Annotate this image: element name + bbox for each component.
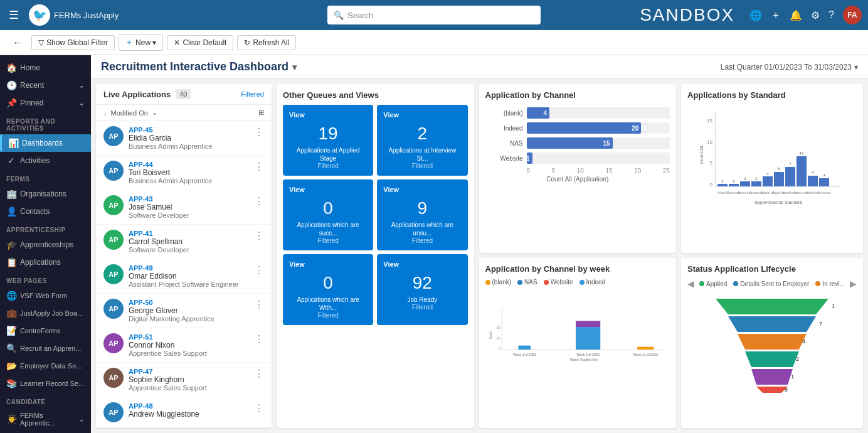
sidebar-item-applications[interactable]: 📋 Applications xyxy=(0,254,91,271)
new-button[interactable]: ＋ New ▾ xyxy=(119,34,163,51)
sidebar-item-pinned[interactable]: 📌 Pinned ⌄ xyxy=(0,94,91,112)
avatar[interactable]: FA xyxy=(843,6,862,24)
nav-icons: 🌐 ＋ 🔔 ⚙ ? FA xyxy=(749,6,862,24)
svg-text:Week (Applied On): Week (Applied On) xyxy=(570,358,598,361)
learner-icon: 📚 xyxy=(6,378,16,388)
x-icon: ✕ xyxy=(174,38,180,47)
queue-filtered: Filtered xyxy=(383,304,461,311)
app-list: AP APP-45 Elidia Garcia Business Admin A… xyxy=(96,121,272,428)
queue-number: 92 xyxy=(383,273,461,293)
queue-card[interactable]: View 9 Applications which are unsu... Fi… xyxy=(377,179,467,250)
refresh-all-button[interactable]: ↻ Refresh All xyxy=(237,35,296,50)
axis-tick: 0 xyxy=(527,168,531,174)
more-options-icon[interactable]: ⋮ xyxy=(254,299,264,311)
app-by-standard-title: Applications by Standard xyxy=(687,90,857,100)
svg-text:Count:All: Count:All xyxy=(699,146,704,164)
filter-options-icon[interactable]: ⊞ xyxy=(258,109,264,117)
queue-card[interactable]: View 2 Applications at Interview St... F… xyxy=(377,105,467,176)
globe-icon[interactable]: 🌐 xyxy=(749,9,762,21)
prev-icon[interactable]: ◀ xyxy=(687,279,694,289)
help-icon[interactable]: ? xyxy=(828,9,834,21)
sidebar-item-centreforms[interactable]: 📝 CentreForms xyxy=(0,322,91,339)
sidebar-item-learner-record[interactable]: 📚 Learner Record Se... xyxy=(0,375,91,392)
queue-card[interactable]: View 92 Job Ready Filtered xyxy=(377,254,467,325)
sidebar-item-employer-data[interactable]: 📂 Employer Data Se... xyxy=(0,357,91,375)
bar-track: 4 xyxy=(527,107,670,119)
app-list-item[interactable]: AP APP-47 Sophie Kinghorn Apprentice Sal… xyxy=(96,363,272,397)
axis-tick: 25 xyxy=(663,168,670,174)
app-info: APP-43 Jose Samuel Software Developer xyxy=(129,195,249,219)
app-list-item[interactable]: AP APP-43 Jose Samuel Software Developer… xyxy=(96,190,272,225)
gear-icon[interactable]: ⚙ xyxy=(811,9,820,21)
svg-rect-46 xyxy=(637,347,654,350)
clear-default-button[interactable]: ✕ Clear Default xyxy=(167,35,233,50)
app-name-label: FERMs JustApply xyxy=(54,11,119,20)
app-name-text: Sophie Kinghorn xyxy=(129,375,249,384)
sidebar-item-contacts[interactable]: 👤 Contacts xyxy=(0,203,91,220)
svg-text:Software: Software xyxy=(817,191,831,195)
status-lifecycle-panel: Status Application Lifecycle ◀ Applied D… xyxy=(681,258,863,428)
bar-value: 15 xyxy=(603,140,610,147)
app-name-text: Tori Boisvert xyxy=(129,168,249,177)
sort-label[interactable]: Modified On xyxy=(111,109,148,117)
app-list-item[interactable]: AP APP-41 Carrol Spellman Software Devel… xyxy=(96,225,272,259)
sidebar-item-organisations[interactable]: 🏢 Organisations xyxy=(0,185,91,203)
sidebar-item-activities[interactable]: ✓ Activities xyxy=(0,152,91,169)
sidebar-item-dashboards[interactable]: 📊 Dashboards xyxy=(0,134,91,152)
bell-icon[interactable]: 🔔 xyxy=(790,9,802,21)
app-list-item[interactable]: AP APP-45 Elidia Garcia Business Admin A… xyxy=(96,121,272,156)
search-box[interactable]: 🔍 Search xyxy=(327,6,541,24)
more-options-icon[interactable]: ⋮ xyxy=(254,195,264,207)
sidebar-item-justapply-job-board[interactable]: 💼 JustApply Job Boa... xyxy=(0,304,91,322)
title-dropdown-icon[interactable]: ▾ xyxy=(292,62,297,72)
sidebar-item-home[interactable]: 🏠 Home xyxy=(0,59,91,77)
more-options-icon[interactable]: ⋮ xyxy=(254,368,264,380)
app-list-item[interactable]: AP APP-49 Omar Eddison Assistant Project… xyxy=(96,259,272,294)
sidebar-item-recruit-appren[interactable]: 🔍 Recruit an Appren... xyxy=(0,339,91,357)
svg-text:2: 2 xyxy=(755,177,758,181)
sidebar-item-apprenticeships[interactable]: 🎓 Apprenticeships xyxy=(0,236,91,254)
show-global-filter-button[interactable]: ▽ Show Global Filter xyxy=(31,35,115,50)
sidebar-label-vsf: VSF Web Form xyxy=(20,292,68,299)
more-options-icon[interactable]: ⋮ xyxy=(254,126,264,138)
app-name-text: Jose Samuel xyxy=(129,203,249,211)
app-by-channel-panel: Application by Channel (blank) 4 Indeed … xyxy=(479,84,677,253)
hamburger-icon[interactable]: ☰ xyxy=(6,6,21,24)
app-list-item[interactable]: AP APP-48 Andrew Mugglestone ⋮ xyxy=(96,397,272,428)
app-list-item[interactable]: AP APP-44 Tori Boisvert Business Admin A… xyxy=(96,156,272,190)
main-layout: 🏠 Home 🕐 Recent ⌄ 📌 Pinned ⌄ Reports and… xyxy=(0,55,868,433)
date-range[interactable]: Last Quarter 01/01/2023 To 31/03/2023 ▾ xyxy=(721,63,858,72)
home-icon: 🏠 xyxy=(6,63,16,73)
more-options-icon[interactable]: ⋮ xyxy=(254,264,264,276)
bar-track: 1 xyxy=(527,152,670,164)
status-lifecycle-title: Status Application Lifecycle xyxy=(687,264,857,274)
back-button[interactable]: ← xyxy=(8,35,28,51)
svg-marker-62 xyxy=(756,387,788,393)
app-list-item[interactable]: AP APP-50 George Glover Digital Marketin… xyxy=(96,294,272,328)
top-navigation: ☰ 🐦 FERMs JustApply 🔍 Search SANDBOX 🌐 ＋… xyxy=(0,0,868,30)
app-id: APP-50 xyxy=(129,299,249,306)
svg-text:4: 4 xyxy=(802,338,805,345)
more-options-icon[interactable]: ⋮ xyxy=(254,333,264,345)
svg-rect-6 xyxy=(717,184,728,186)
app-id: APP-45 xyxy=(129,126,249,134)
channel-bar-row: Website 1 xyxy=(485,152,670,164)
more-options-icon[interactable]: ⋮ xyxy=(254,230,264,242)
svg-rect-45 xyxy=(575,321,600,327)
svg-text:50: 50 xyxy=(496,326,500,329)
queue-card[interactable]: View 19 Applications at Applied Stage Fi… xyxy=(283,105,373,176)
sidebar-item-ferms-apprentic[interactable]: 👨‍🎓 FERMs Apprentic... ⌄ xyxy=(0,408,91,430)
sidebar-item-recent[interactable]: 🕐 Recent ⌄ xyxy=(0,77,91,94)
queue-card[interactable]: View 0 Applications which are With... Fi… xyxy=(283,254,373,325)
sidebar-item-vsf-web-form[interactable]: 🌐 VSF Web Form xyxy=(0,287,91,304)
axis-tick: 15 xyxy=(605,168,612,174)
plus-icon[interactable]: ＋ xyxy=(771,9,781,22)
avatar: AP xyxy=(103,264,124,284)
chevron-down-icon: ⌄ xyxy=(78,81,85,90)
more-options-icon[interactable]: ⋮ xyxy=(254,402,264,414)
queue-filtered: Filtered xyxy=(289,312,367,319)
next-icon[interactable]: ▶ xyxy=(850,279,857,289)
queue-card[interactable]: View 0 Applications which are succ... Fi… xyxy=(283,179,373,250)
app-list-item[interactable]: AP APP-51 Connor Nixon Apprentice Sales … xyxy=(96,328,272,363)
more-options-icon[interactable]: ⋮ xyxy=(254,161,264,173)
